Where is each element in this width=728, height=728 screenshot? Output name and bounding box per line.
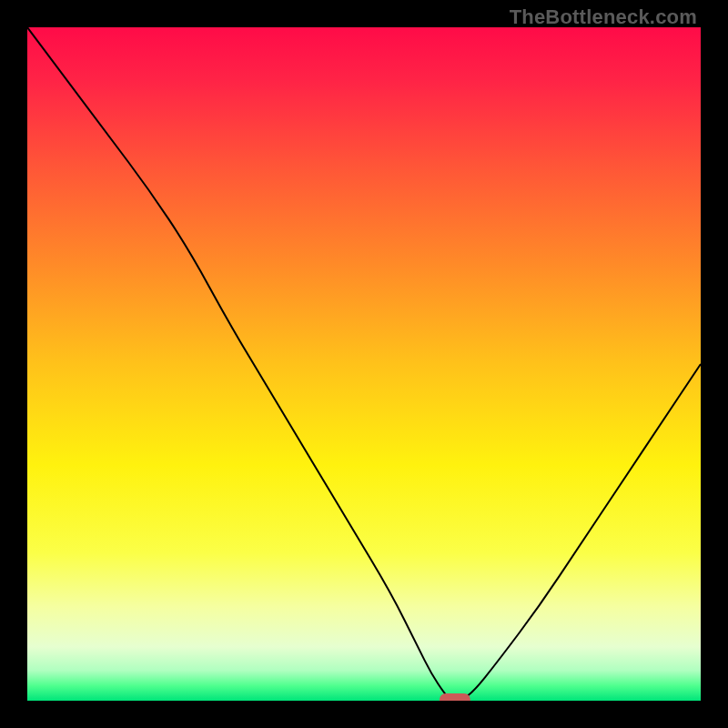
chart-container: TheBottleneck.com <box>0 0 728 728</box>
bottleneck-curve <box>27 27 701 701</box>
optimum-marker <box>440 693 470 701</box>
watermark-text: TheBottleneck.com <box>510 5 697 29</box>
chart-overlay <box>27 27 701 701</box>
plot-area <box>27 27 701 701</box>
